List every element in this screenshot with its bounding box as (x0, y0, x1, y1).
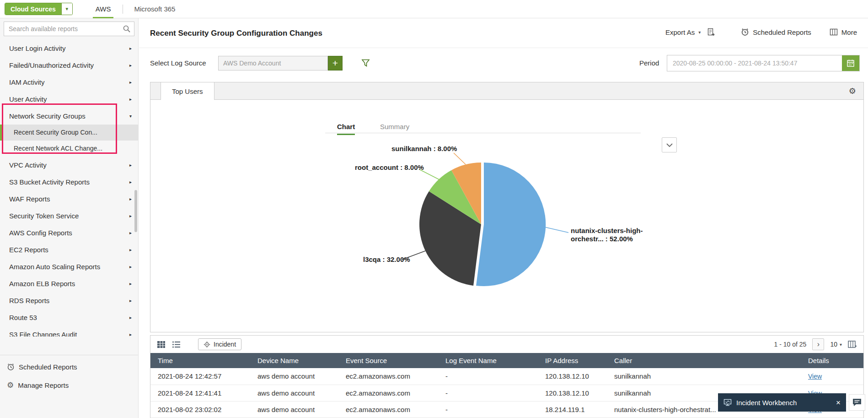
chevron-down-icon: ▾ (840, 342, 842, 347)
sidebar-item-waf-reports[interactable]: WAF Reports ▸ (0, 190, 138, 207)
col-header-caller[interactable]: Caller (607, 353, 801, 368)
incident-workbench-bar[interactable]: Incident Workbench × (718, 393, 846, 412)
sidebar-item-ec2-reports[interactable]: EC2 Reports ▸ (0, 241, 138, 258)
table-row[interactable]: 2021-08-24 12:42:57 aws demo account ec2… (150, 368, 864, 385)
sidebar-item-label: Failed/Unauthorized Activity (9, 61, 94, 69)
column-chooser-button[interactable] (848, 341, 857, 348)
sidebar-item-user-activity[interactable]: User Activity ▸ (0, 91, 138, 108)
sidebar-item-label: VPC Activity (9, 161, 47, 169)
sidebar-item-vpc-activity[interactable]: VPC Activity ▸ (0, 157, 138, 174)
pagination-range: 1 - 10 of 25 (774, 341, 807, 348)
incident-icon (204, 341, 210, 348)
sidebar-item-rds-reports[interactable]: RDS Reports ▸ (0, 292, 138, 309)
sidebar: User Login Activity ▸ Failed/Unauthorize… (0, 18, 139, 418)
page-size-dropdown[interactable]: 10 ▾ (830, 341, 842, 348)
sidebar-item-label: Security Token Service (9, 212, 79, 220)
list-view-button[interactable] (172, 341, 181, 348)
chevron-right-icon: ▸ (129, 224, 132, 241)
sidebar-item-label: RDS Reports (9, 297, 49, 304)
scheduled-reports-link[interactable]: Scheduled Reports (0, 358, 138, 375)
more-button[interactable]: More (830, 28, 857, 36)
panel-tab-strip: Top Users ⚙ (150, 82, 863, 100)
cell-event-source: ec2.amazonaws.com (338, 385, 438, 401)
filter-icon[interactable] (361, 59, 370, 67)
callout-line-nutanix (545, 227, 568, 233)
chevron-down-icon[interactable]: ▾ (61, 3, 72, 15)
sidebar-item-recent-network-acl-changes[interactable]: Recent Network ACL Change... (0, 141, 138, 157)
pie-label-root-account: root_account : 8.00% (355, 163, 424, 171)
chevron-right-icon: ▸ (129, 40, 132, 57)
pie-label-nutanix: nutanix-clusters-high- orchestr... : 52.… (571, 227, 643, 243)
col-header-event-source[interactable]: Event Source (338, 353, 438, 368)
tab-top-users[interactable]: Top Users (161, 82, 214, 100)
tab-aws[interactable]: AWS (93, 0, 114, 18)
divider (123, 5, 123, 14)
col-header-time[interactable]: Time (150, 353, 250, 368)
manage-reports-link[interactable]: ⚙ Manage Reports (0, 376, 138, 394)
sidebar-item-amazon-elb-reports[interactable]: Amazon ELB Reports ▸ (0, 275, 138, 292)
incident-workbench-icon (723, 399, 732, 406)
sidebar-item-network-security-groups[interactable]: Network Security Groups ▾ (0, 108, 138, 125)
page-title: Recent Security Group Configuration Chan… (150, 29, 322, 38)
view-link[interactable]: View (808, 373, 822, 380)
next-page-button[interactable]: › (812, 338, 824, 350)
pie-label-nutanix-line1: nutanix-clusters-high- (571, 227, 643, 235)
cell-log-event-name: - (438, 368, 538, 385)
sidebar-item-s3-bucket-activity-reports[interactable]: S3 Bucket Activity Reports ▸ (0, 174, 138, 190)
col-header-details[interactable]: Details (801, 353, 864, 368)
scheduled-reports-label: Scheduled Reports (753, 28, 811, 36)
sidebar-item-label: Amazon Auto Scaling Reports (9, 263, 100, 271)
pie-slice-nutanix-clusters-high-orchestr...[interactable] (476, 163, 546, 286)
grid-view-button[interactable] (157, 341, 166, 348)
pie-chart[interactable] (333, 124, 836, 325)
sidebar-item-s3-file-changes-audit[interactable]: S3 File Changes Audit ▸ (0, 326, 138, 337)
incident-button[interactable]: Incident (198, 338, 241, 350)
cell-time: 2021-08-02 23:02:02 (150, 401, 250, 418)
cell-event-source: ec2.amazonaws.com (338, 368, 438, 385)
sidebar-item-recent-security-group-configuration-changes[interactable]: Recent Security Group Con... (0, 125, 138, 141)
cell-device-name: aws demo account (250, 401, 338, 418)
log-source-input[interactable] (218, 56, 328, 71)
export-icon[interactable] (707, 28, 715, 36)
calendar-icon (846, 59, 855, 68)
incident-button-label: Incident (214, 341, 236, 348)
sidebar-item-user-login-activity[interactable]: User Login Activity ▸ (0, 40, 138, 57)
search-icon[interactable] (123, 25, 131, 33)
gear-icon[interactable]: ⚙ (849, 86, 856, 96)
report-panel: Top Users ⚙ Chart Summary sunilkannah : … (150, 82, 864, 332)
scheduled-reports-label: Scheduled Reports (19, 363, 77, 371)
period-label: Period (639, 59, 659, 67)
tab-aws-label: AWS (96, 5, 111, 13)
more-label: More (841, 28, 857, 36)
col-header-device-name[interactable]: Device Name (250, 353, 338, 368)
clock-icon (741, 28, 749, 36)
sidebar-item-route-53[interactable]: Route 53 ▸ (0, 309, 138, 326)
search-input[interactable] (4, 22, 134, 36)
calendar-button[interactable] (842, 55, 859, 71)
chevron-right-icon: ▸ (129, 190, 132, 207)
tab-microsoft-365[interactable]: Microsoft 365 (131, 0, 178, 18)
col-header-ip-address[interactable]: IP Address (538, 353, 607, 368)
period-input[interactable]: 2020-08-25 00:00:00 - 2021-08-24 13:50:4… (667, 55, 860, 71)
chat-button[interactable] (849, 394, 865, 411)
chevron-down-icon: ▾ (698, 30, 701, 35)
chevron-right-icon: ▸ (129, 174, 132, 190)
col-header-log-event-name[interactable]: Log Event Name (438, 353, 538, 368)
sidebar-item-iam-activity[interactable]: IAM Activity ▸ (0, 74, 138, 91)
add-log-source-button[interactable]: + (328, 56, 343, 71)
divider (139, 48, 868, 48)
scheduled-reports-button[interactable]: Scheduled Reports (741, 28, 811, 36)
sidebar-item-amazon-auto-scaling-reports[interactable]: Amazon Auto Scaling Reports ▸ (0, 258, 138, 275)
gear-icon: ⚙ (7, 381, 14, 389)
cloud-sources-button[interactable]: Cloud Sources ▾ (5, 3, 73, 15)
chevron-down-icon: ▾ (129, 108, 132, 125)
export-as-button[interactable]: Export As ▾ (665, 28, 715, 36)
sidebar-scrollbar[interactable] (134, 190, 137, 232)
sidebar-item-failed-unauthorized-activity[interactable]: Failed/Unauthorized Activity ▸ (0, 57, 138, 74)
chevron-right-icon: ▸ (129, 207, 132, 224)
sidebar-item-security-token-service[interactable]: Security Token Service ▸ (0, 207, 138, 224)
close-icon[interactable]: × (836, 399, 841, 407)
chevron-right-icon: ▸ (129, 326, 132, 337)
sidebar-item-aws-config-reports[interactable]: AWS Config Reports ▸ (0, 224, 138, 241)
chevron-right-icon: ▸ (129, 309, 132, 326)
